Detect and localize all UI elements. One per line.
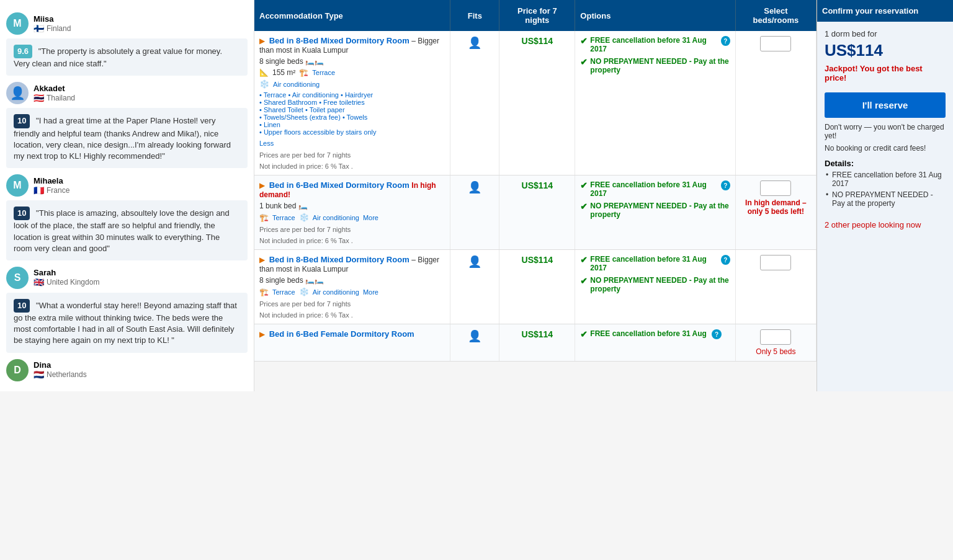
air-conditioning-link[interactable]: Air conditioning bbox=[313, 214, 359, 221]
option-free-cancellation: ✔ FREE cancellation before 31 Aug ? bbox=[580, 329, 730, 339]
person-icon: 👤 bbox=[468, 37, 481, 49]
avatar: M bbox=[6, 174, 29, 197]
room-link[interactable]: Bed in 8-Bed Mixed Dormitory Room bbox=[269, 255, 409, 264]
more-link[interactable]: More bbox=[363, 214, 378, 221]
amenity-item: Upper floors accessible by stairs only bbox=[259, 128, 445, 136]
select-cell: ▲ ▼ In high demand – only 5 beds left! bbox=[735, 176, 816, 250]
option-text: NO PREPAYMENT NEEDED - Pay at the proper… bbox=[590, 202, 730, 219]
avatar: D bbox=[6, 359, 29, 381]
quantity-spinner[interactable]: ▲ ▼ bbox=[760, 255, 791, 270]
price-cell: US$114 bbox=[499, 31, 575, 176]
options-cell: ✔ FREE cancellation before 31 Aug 2017 ?… bbox=[575, 250, 735, 324]
header-select: Select beds/rooms bbox=[735, 0, 816, 31]
flag-icon: 🇬🇧 bbox=[34, 277, 44, 287]
air-conditioning-link[interactable]: Air conditioning bbox=[313, 288, 359, 296]
flag-icon: 🇹🇭 bbox=[34, 93, 44, 103]
amenities-row: 🏗️ Terrace ❄️ Air conditioning More bbox=[259, 213, 445, 222]
avatar: 👤 bbox=[6, 82, 29, 104]
reviewer-info: Dina 🇳🇱 Netherlands bbox=[34, 360, 87, 380]
option-text: FREE cancellation before 31 Aug 2017 bbox=[590, 255, 716, 272]
beds-info: 8 single beds 🛏️🛏️ bbox=[259, 57, 445, 66]
option-free-cancellation: ✔ FREE cancellation before 31 Aug 2017 ? bbox=[580, 255, 730, 272]
price-note: Prices are per bed for 7 nights bbox=[259, 226, 445, 233]
price-note-tax: Not included in price: 6 % Tax . bbox=[259, 311, 445, 319]
terrace-link[interactable]: Terrace bbox=[272, 214, 295, 221]
room-type-cell: ▶ Bed in 8-Bed Mixed Dormitory Room – Bi… bbox=[254, 31, 450, 176]
fits-cell: 👤 bbox=[450, 250, 499, 324]
reviewer-header: M Miisa 🇫🇮 Finland bbox=[6, 12, 248, 35]
header-options: Options bbox=[575, 0, 735, 31]
quantity-input[interactable] bbox=[761, 331, 791, 344]
price-note: Prices are per bed for 7 nights bbox=[259, 300, 445, 308]
ac-icon: ❄️ bbox=[299, 213, 309, 222]
reviewer-country: 🇫🇷 France bbox=[34, 185, 69, 195]
ac-icon: ❄️ bbox=[299, 287, 309, 296]
reserve-button[interactable]: I'll reserve bbox=[825, 92, 946, 118]
air-conditioning-link[interactable]: Air conditioning bbox=[273, 81, 320, 88]
reviewer-name: Akkadet bbox=[34, 84, 75, 93]
reviewer-name: Mihaela bbox=[34, 176, 69, 185]
area-icon: 📐 bbox=[259, 68, 269, 77]
info-icon[interactable]: ? bbox=[721, 255, 730, 265]
reviewer-country: 🇫🇮 Finland bbox=[34, 24, 71, 33]
terrace-icon: 🏗️ bbox=[259, 213, 269, 222]
info-icon[interactable]: ? bbox=[712, 329, 722, 339]
reviewer-name: Miisa bbox=[34, 14, 71, 24]
reviewer-info: Miisa 🇫🇮 Finland bbox=[34, 14, 71, 33]
terrace-icon: 🏗️ bbox=[259, 288, 269, 296]
flag-icon: 🇫🇷 bbox=[34, 185, 44, 195]
terrace-link[interactable]: Terrace bbox=[272, 288, 295, 296]
option-no-prepayment: ✔ NO PREPAYMENT NEEDED - Pay at the prop… bbox=[580, 276, 730, 293]
check-icon: ✔ bbox=[580, 255, 588, 265]
table-row: ▶ Bed in 6-Bed Female Dormitory Room 👤 U… bbox=[254, 324, 817, 362]
option-text: NO PREPAYMENT NEEDED - Pay at the proper… bbox=[590, 276, 730, 293]
only-left-note: Only 5 beds bbox=[741, 347, 811, 356]
room-link[interactable]: Bed in 6-Bed Mixed Dormitory Room bbox=[269, 180, 409, 190]
quantity-input[interactable] bbox=[761, 37, 791, 50]
beds-info: 8 single beds 🛏️🛏️ bbox=[259, 276, 445, 285]
quantity-input[interactable] bbox=[761, 182, 791, 195]
select-cell: ▲ ▼ bbox=[735, 250, 816, 324]
price-value: US$114 bbox=[522, 180, 553, 190]
less-link[interactable]: Less bbox=[259, 140, 274, 147]
fits-cell: 👤 bbox=[450, 324, 499, 362]
option-no-prepayment: ✔ NO PREPAYMENT NEEDED - Pay at the prop… bbox=[580, 202, 730, 219]
room-type-cell: ▶ Bed in 8-Bed Mixed Dormitory Room – Bi… bbox=[254, 250, 450, 324]
option-text: FREE cancellation before 31 Aug 2017 bbox=[590, 180, 716, 198]
info-icon[interactable]: ? bbox=[721, 36, 730, 46]
score-badge: 10 bbox=[14, 114, 30, 128]
quantity-spinner[interactable]: ▲ ▼ bbox=[760, 36, 791, 51]
check-icon: ✔ bbox=[580, 36, 588, 46]
info-icon[interactable]: ? bbox=[721, 180, 730, 190]
room-link[interactable]: Bed in 6-Bed Female Dormitory Room bbox=[269, 329, 414, 339]
amenities-row: ❄️ Air conditioning bbox=[259, 79, 445, 89]
details-section: Details: FREE cancellation before 31 Aug… bbox=[825, 159, 946, 208]
reviewer-header: M Mihaela 🇫🇷 France bbox=[6, 174, 248, 197]
person-icon: 👤 bbox=[468, 256, 481, 268]
flag-icon: 🇳🇱 bbox=[34, 370, 44, 380]
room-link[interactable]: Bed in 8-Bed Mixed Dormitory Room bbox=[269, 36, 409, 45]
price-value: US$114 bbox=[522, 36, 553, 46]
avatar: S bbox=[6, 267, 29, 289]
quantity-input[interactable] bbox=[761, 256, 791, 269]
amenities-list: Terrace • Air conditioning • Hairdryer S… bbox=[259, 91, 445, 136]
reviews-panel: M Miisa 🇫🇮 Finland 9.6 "The property is … bbox=[0, 0, 254, 391]
terrace-link[interactable]: Terrace bbox=[312, 69, 335, 76]
price-note-tax: Not included in price: 6 % Tax . bbox=[259, 237, 445, 244]
option-text: FREE cancellation before 31 Aug bbox=[590, 329, 707, 338]
price-cell: US$114 bbox=[499, 324, 575, 362]
quantity-spinner[interactable]: ▲ ▼ bbox=[760, 329, 791, 345]
person-icon: 👤 bbox=[468, 330, 481, 342]
quantity-spinner[interactable]: ▲ ▼ bbox=[760, 180, 791, 196]
more-link[interactable]: More bbox=[363, 288, 378, 296]
reviewer-header: D Dina 🇳🇱 Netherlands bbox=[6, 359, 248, 381]
orange-arrow-icon: ▶ bbox=[259, 330, 265, 339]
price-note: Prices are per bed for 7 nights bbox=[259, 151, 445, 159]
high-demand-note: In high demand – only 5 beds left! bbox=[741, 198, 811, 216]
accommodation-panel: Accommodation Type Fits Price for 7 nigh… bbox=[254, 0, 817, 391]
select-cell: ▲ ▼ bbox=[735, 31, 816, 176]
details-title: Details: bbox=[825, 159, 946, 168]
header-price: Price for 7 nights bbox=[499, 0, 575, 31]
no-charge-text2: No booking or credit card fees! bbox=[825, 144, 946, 153]
option-free-cancellation: ✔ FREE cancellation before 31 Aug 2017 ? bbox=[580, 180, 730, 198]
